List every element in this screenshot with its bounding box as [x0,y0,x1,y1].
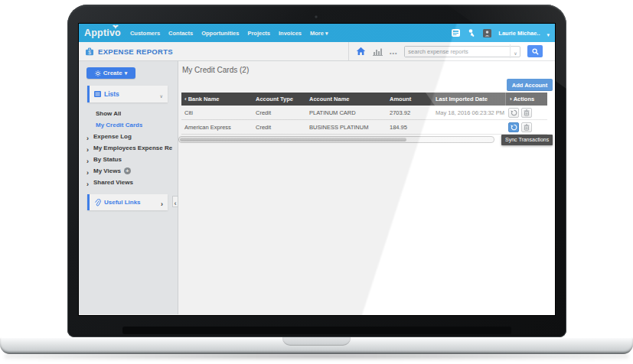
laptop-base [0,337,633,354]
trash-icon [524,109,530,116]
nav-contacts[interactable]: Contacts [168,30,193,37]
search-box [404,46,520,57]
useful-links-label: Useful Links [104,199,141,206]
credit-cards-table: Bank Name Account Type Account Name Amou… [181,93,547,135]
horizontal-scrollbar[interactable] [178,136,494,143]
svg-text:$: $ [88,49,91,54]
webcam-icon [315,15,318,18]
cell-bank-name: Citi [181,109,253,116]
avatar[interactable] [483,29,491,37]
sync-icon [511,124,517,131]
scroll-right-icon[interactable] [510,96,512,102]
sidebar-item-show-all[interactable]: Show All [79,108,178,119]
main-menu: Customers Contacts Opportunities Project… [130,30,328,37]
search-button[interactable] [527,45,543,57]
sidebar-item-expense-log[interactable]: Expense Log [79,131,178,142]
apptivo-logo[interactable]: Apptivo [84,28,121,38]
sidebar-item-label: My Views [93,167,121,174]
column-account-type[interactable]: Account Type [253,93,306,106]
laptop-hinge [122,327,511,334]
caret-down-icon [325,30,328,37]
leaf-icon [113,24,119,29]
delete-account-button[interactable] [521,108,532,118]
sync-transactions-button[interactable] [508,108,519,118]
ellipsis-icon[interactable] [390,44,397,58]
column-label: Actions [514,96,535,102]
nav-opportunities[interactable]: Opportunities [201,30,239,37]
expense-app-icon: $ [85,47,94,56]
laptop-notch [282,337,351,346]
column-bank-name[interactable]: Bank Name [181,93,253,106]
create-caret-icon [125,70,128,76]
create-label: Create [103,70,122,76]
cell-account-type: Credit [253,109,306,116]
sidebar-item-my-credit-cards[interactable]: My Credit Cards [79,119,178,131]
nav-customers[interactable]: Customers [130,30,160,37]
home-icon[interactable] [356,47,366,56]
sidebar-item-label: Shared Views [93,179,133,186]
key-icon[interactable] [468,28,476,37]
sidebar-item-shared-views[interactable]: Shared Views [79,177,178,188]
lists-selector[interactable]: Lists [87,86,168,102]
lists-collapse-icon[interactable] [160,87,163,101]
column-label: Account Type [256,96,293,102]
search-input[interactable] [405,47,510,57]
chart-icon[interactable] [373,47,383,56]
sidebar-item-label: By Status [93,156,122,163]
cell-amount: 184.95 [387,124,425,131]
cell-bank-name: American Express [181,124,253,131]
toolbar-right [348,42,555,60]
chevron-right-icon [86,176,93,190]
create-button[interactable]: Create [86,67,135,79]
app-toolbar: $ EXPENSE REPORTS [79,42,555,61]
lists-label: Lists [104,90,119,98]
scroll-left-icon[interactable] [184,96,187,102]
useful-links-expand-icon[interactable] [161,196,163,210]
sidebar-item-my-employees-expense[interactable]: My Employees Expense Re [79,142,178,154]
sidebar-item-label: Show All [96,110,121,117]
column-label: Amount [390,96,411,102]
sidebar-collapse-handle[interactable] [172,196,178,207]
apptivo-logo-text: Apptivo [84,28,121,38]
column-label: Last Imported Date [436,96,488,102]
column-label: Account Name [309,96,350,102]
cell-account-type: Credit [253,124,306,131]
delete-account-button[interactable] [521,122,532,132]
gear-icon [95,70,101,76]
sidebar-item-by-status[interactable]: By Status [79,154,178,165]
main-row: Create Lists Show All My Credit Cards [79,61,555,314]
search-icon [532,48,539,55]
sidebar-items: Show All My Credit Cards Expense Log My … [79,108,178,188]
column-last-imported-date[interactable]: Last Imported Date [425,93,505,106]
nav-more[interactable]: More [310,30,328,37]
navbar-right: Laurie Michae.. [451,26,550,40]
sidebar-item-my-views[interactable]: My Views + [79,165,178,177]
column-amount[interactable]: Amount [387,93,425,106]
sync-tooltip: Sync Transactions [501,135,553,145]
column-account-name[interactable]: Account Name [306,93,387,106]
table-header: Bank Name Account Type Account Name Amou… [181,93,547,106]
table-row[interactable]: American Express Credit BUSINESS PLATINU… [181,120,547,135]
table-row[interactable]: Citi Credit PLATINUM CARD 2703.92 May 18… [181,106,547,120]
search-dropdown-icon[interactable] [510,44,520,58]
sidebar: Create Lists Show All My Credit Cards [79,61,178,314]
cell-amount: 2703.92 [387,109,425,116]
scrollbar-thumb[interactable] [180,138,406,141]
screen: Apptivo Customers Contacts Opportunities… [79,24,555,315]
sync-transactions-button[interactable] [508,122,519,132]
column-actions[interactable]: Actions [505,93,547,106]
app-header: $ EXPENSE REPORTS [85,47,173,56]
trash-icon [524,124,530,131]
chevron-left-icon [175,195,177,209]
sync-icon [511,109,517,116]
useful-links[interactable]: Useful Links [87,194,168,210]
add-view-icon[interactable]: + [124,167,131,174]
user-caret-icon[interactable] [547,26,550,40]
page-title: My Credit Cards (2) [182,66,249,74]
billing-icon[interactable] [451,28,461,37]
nav-invoices[interactable]: Invoices [279,30,302,37]
user-menu[interactable]: Laurie Michae.. [498,30,540,37]
nav-projects[interactable]: Projects [247,30,270,37]
cell-account-name: PLATINUM CARD [306,109,387,116]
add-account-button[interactable]: Add Account [507,79,553,91]
